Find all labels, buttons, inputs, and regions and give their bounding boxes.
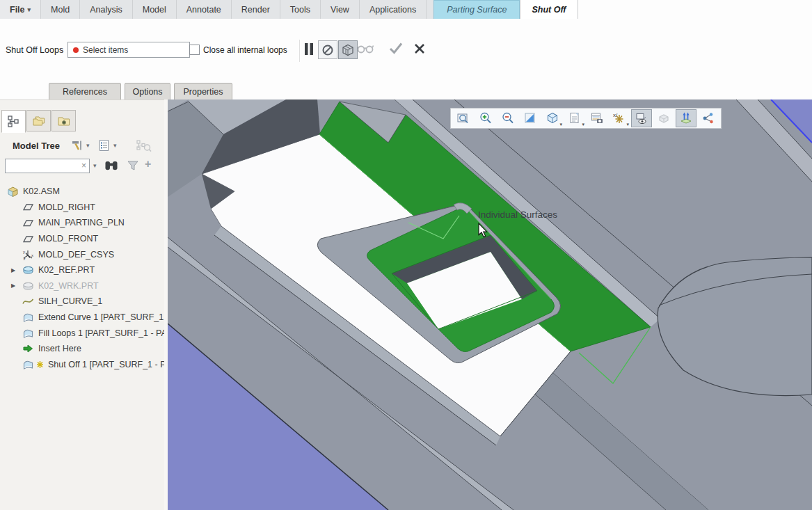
part-icon [22,264,34,276]
zoom-out-button[interactable] [497,109,518,127]
add-column-plus-icon[interactable]: + [145,158,151,170]
cad-model-scene: Individual Surfaces [168,99,812,510]
tab-view[interactable]: View [321,0,360,19]
filters-dropdown-icon[interactable]: ▾ [113,142,117,149]
tree-item-label: SILH_CURVE_1 [38,296,102,306]
tab-analysis[interactable]: Analysis [80,0,133,19]
wireframe-preview-button[interactable] [338,40,358,59]
no-preview-button[interactable] [318,40,337,59]
datum-display-filters-button[interactable]: x/ ▾ [609,109,630,127]
tab-model[interactable]: Model [133,0,177,19]
navigator-panel: Model Tree ▾ ▾ × ▾ + K02.ASM [0,99,164,510]
tree-item-insert-here[interactable]: Insert Here [0,341,164,357]
tab-properties[interactable]: Properties [174,83,232,100]
navigator-tab-bar [1,110,77,132]
tree-item-extend-curve[interactable]: Extend Curve 1 [PART_SURF_1 [0,310,164,326]
tree-item-curve[interactable]: SILH_CURVE_1 [0,294,164,310]
tab-options[interactable]: Options [125,83,170,100]
tree-item-part-ref[interactable]: ▶ K02_REF.PRT [0,262,164,278]
tree-columns-icon[interactable] [136,139,152,154]
display-style-button[interactable]: ▾ [542,109,563,127]
tree-search-input[interactable]: × [5,159,90,173]
repaint-button[interactable] [520,109,541,127]
tree-item-label: MOLD_RIGHT [38,202,95,212]
chevron-down-icon: ▾ [559,122,562,127]
tree-settings-icon[interactable] [71,139,83,154]
quilt-surface-icon [22,328,34,339]
cancel-x-icon[interactable] [414,44,425,54]
search-dropdown-icon[interactable]: ▾ [93,162,97,169]
favorites-tab[interactable] [51,110,76,132]
tab-parting-surface[interactable]: Parting Surface [433,0,520,19]
expand-arrow-icon[interactable]: ▶ [11,267,15,273]
quilt-surface-icon [22,312,34,323]
graphics-area[interactable]: Individual Surfaces ▾ ▾ x/ [168,99,812,510]
regenerate-star-icon [36,360,44,369]
tree-item-label: Extend Curve 1 [PART_SURF_1 [38,312,164,322]
svg-text:x: x [31,253,33,257]
quilt-surface-icon [22,359,34,370]
tree-item-datum-plane[interactable]: MAIN_PARTING_PLN [0,215,164,231]
tree-item-label: Fill Loops 1 [PART_SURF_1 - PA [38,328,164,338]
folder-star-icon [57,115,71,127]
refit-button[interactable] [453,109,474,127]
filter-funnel-icon[interactable] [127,160,139,174]
chevron-down-icon: ▾ [28,6,31,13]
tab-render[interactable]: Render [232,0,280,19]
annotation-display-button[interactable] [631,109,652,127]
file-menu-label: File [10,5,25,15]
tree-filters-doc-icon[interactable] [98,139,111,154]
model-tree-title: Model Tree [13,141,60,151]
tooltip-text: Individual Surfaces [478,209,557,220]
close-internal-loops-checkbox[interactable] [189,45,200,55]
spin-center-button[interactable] [653,109,674,127]
datum-plane-icon [22,218,34,228]
pause-icon[interactable] [303,42,315,56]
file-menu[interactable]: File▾ [0,0,41,19]
tree-item-part-wrk[interactable]: ▶ K02_WRK.PRT [0,278,164,294]
find-binoculars-icon[interactable] [104,159,120,174]
svg-text:z: z [24,256,26,260]
tab-references[interactable]: References [49,83,121,100]
tree-item-fill-loops[interactable]: Fill Loops 1 [PART_SURF_1 - PA [0,325,164,341]
tree-item-datum-plane[interactable]: MOLD_RIGHT [0,200,164,216]
tab-annotate[interactable]: Annotate [177,0,232,19]
folder-browser-tab[interactable] [26,110,51,132]
folder-stack-icon [32,115,46,127]
shut-off-loops-label: Shut Off Loops [6,45,63,55]
tab-applications[interactable]: Applications [360,0,427,19]
tree-item-label: Shut Off 1 [PART_SURF_1 - PA [48,360,164,369]
tree-item-label: K02_REF.PRT [38,265,95,275]
datum-plane-icon [22,202,34,212]
collector-status-dot-icon [73,47,79,53]
tree-item-label: K02_WRK.PRT [38,281,99,291]
tab-mold[interactable]: Mold [41,0,80,19]
in-graphics-toolbar: ▾ ▾ x/ ▾ [450,108,722,129]
zoom-in-button[interactable] [475,109,496,127]
csys-icon: yzx [22,249,34,260]
model-tree-tab[interactable] [1,110,26,133]
chevron-down-icon: ▾ [582,122,584,127]
ribbon-filler [578,0,812,19]
tree-item-csys[interactable]: yzx MOLD_DEF_CSYS [0,246,164,262]
tab-shut-off[interactable]: Shut Off [520,0,578,19]
model-tree: K02.ASM MOLD_RIGHT MAIN_PARTING_PLN MOLD… [0,184,164,372]
connections-button[interactable] [698,109,719,127]
view-manager-button[interactable] [587,109,607,127]
saved-orientations-button[interactable]: ▾ [564,109,585,127]
verify-glasses-icon[interactable] [357,44,375,54]
tree-item-datum-plane[interactable]: MOLD_FRONT [0,231,164,247]
drag-handles-button[interactable] [676,109,696,127]
close-internal-loops-label: Close all internal loops [203,45,287,55]
tree-item-assembly[interactable]: K02.ASM [0,184,164,200]
dashboard-separator [299,40,300,62]
tree-item-label: K02.ASM [23,186,60,196]
settings-dropdown-icon[interactable]: ▾ [86,142,90,149]
expand-arrow-icon[interactable]: ▶ [11,282,15,289]
select-items-collector[interactable]: Select items [67,42,190,58]
shut-off-dashboard: Shut Off Loops Select items Close all in… [0,19,812,82]
accept-check-icon[interactable] [388,41,404,55]
tab-tools[interactable]: Tools [280,0,321,19]
clear-search-icon[interactable]: × [81,161,86,170]
tree-item-shut-off[interactable]: Shut Off 1 [PART_SURF_1 - PA [0,357,164,373]
